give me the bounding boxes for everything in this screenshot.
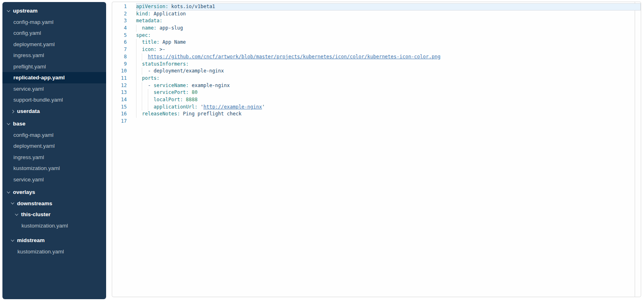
indent-guide	[136, 53, 136, 61]
sidebar-file-config-map-yaml[interactable]: config-map.yaml	[2, 130, 106, 141]
code-token-num: 80	[192, 89, 197, 95]
line-number: 13	[112, 89, 127, 96]
indent-guide	[148, 89, 148, 96]
sidebar-file-ingress-yaml[interactable]: ingress.yaml	[2, 152, 106, 163]
sidebar-file-support-bundle-yaml[interactable]: support-bundle.yaml	[2, 94, 106, 106]
code-line[interactable]: 16 releaseNotes: Ping preflight check	[112, 111, 641, 118]
code-link[interactable]: https://github.com/cncf/artwork/blob/mas…	[148, 54, 440, 60]
code-line-content[interactable]: kind: Application	[136, 11, 641, 18]
code-line-content[interactable]: metadata:	[136, 17, 641, 25]
indent-guide	[136, 82, 136, 89]
sidebar-item-label: downstreams	[17, 200, 52, 206]
sidebar-file-deployment-yaml[interactable]: deployment.yaml	[2, 39, 106, 50]
code-token-val: example-nginx	[192, 83, 230, 88]
code-line[interactable]: 14 localPort: 8888	[112, 96, 641, 104]
sidebar-folder-overlays[interactable]: overlays	[2, 187, 106, 198]
yaml-editor-panel[interactable]: 1apiVersion: kots.io/v1beta12kind: Appli…	[112, 2, 641, 297]
code-link[interactable]: http://example-nginx	[203, 104, 262, 110]
sidebar-file-replicated-app-yaml[interactable]: replicated-app.yaml	[2, 72, 106, 83]
sidebar-item-label: config-map.yaml	[13, 132, 53, 138]
code-token-plain	[136, 61, 142, 67]
code-line[interactable]: 4 name: app-slug	[112, 25, 641, 32]
sidebar-file-ingress-yaml[interactable]: ingress.yaml	[2, 50, 106, 61]
code-line-content[interactable]: - deployment/example-nginx	[136, 68, 641, 75]
code-line-content[interactable]: servicePort: 80	[136, 89, 641, 96]
sidebar-file-kustomization-yaml[interactable]: kustomization.yaml	[2, 163, 106, 174]
indent-guide	[136, 104, 136, 111]
code-token-plain	[136, 75, 142, 81]
sidebar-file-config-yaml[interactable]: config.yaml	[2, 28, 106, 39]
sidebar-folder-upstream[interactable]: upstream	[2, 5, 106, 17]
code-line-content[interactable]: statusInformers:	[136, 61, 641, 68]
code-line-content[interactable]: ports:	[136, 75, 641, 82]
code-token-key: servicePort:	[154, 89, 189, 95]
code-token-key: localPort:	[154, 97, 183, 102]
code-line-content[interactable]: localPort: 8888	[136, 96, 641, 104]
chevron-down-icon[interactable]	[15, 212, 18, 215]
code-line-content[interactable]	[136, 118, 641, 125]
sidebar-file-deployment-yaml[interactable]: deployment.yaml	[2, 140, 106, 152]
sidebar-file-kustomization-yaml[interactable]: kustomization.yaml	[2, 246, 106, 257]
code-line[interactable]: 7 icon: >-	[112, 46, 641, 53]
indent-guide	[136, 89, 136, 96]
sidebar-file-kustomization-yaml[interactable]: kustomization.yaml	[2, 220, 106, 232]
sidebar-folder-midstream[interactable]: midstream	[2, 235, 106, 246]
chevron-down-icon[interactable]	[7, 121, 10, 125]
code-line[interactable]: 12 - serviceName: example-nginx	[112, 82, 641, 89]
sidebar-file-config-map-yaml[interactable]: config-map.yaml	[2, 17, 106, 28]
code-line-content[interactable]: applicationUrl: 'http://example-nginx'	[136, 104, 641, 111]
indent-guide	[136, 75, 136, 82]
code-token-plain	[180, 111, 183, 117]
chevron-down-icon[interactable]	[7, 190, 10, 193]
sidebar-file-service-yaml[interactable]: service.yaml	[2, 174, 106, 185]
code-editor[interactable]: 1apiVersion: kots.io/v1beta12kind: Appli…	[112, 3, 641, 125]
code-line[interactable]: 1apiVersion: kots.io/v1beta1	[112, 3, 641, 11]
sidebar-file-service-yaml[interactable]: service.yaml	[2, 83, 106, 95]
sidebar-folder-base[interactable]: base	[2, 118, 106, 130]
chevron-down-icon[interactable]	[11, 238, 14, 241]
indent-guide	[148, 104, 148, 111]
line-number: 9	[112, 61, 127, 68]
indent-guide	[142, 82, 142, 89]
sidebar-folder-this-cluster[interactable]: this-cluster	[2, 209, 106, 220]
code-line[interactable]: 8 https://github.com/cncf/artwork/blob/m…	[112, 53, 641, 61]
indent-guide	[136, 61, 136, 68]
code-line-content[interactable]: https://github.com/cncf/artwork/blob/mas…	[136, 53, 641, 61]
sidebar-item-label: upstream	[13, 8, 38, 14]
code-line[interactable]: 2kind: Application	[112, 11, 641, 18]
sidebar-folder-downstreams[interactable]: downstreams	[2, 198, 106, 209]
sidebar-file-preflight-yaml[interactable]: preflight.yaml	[2, 61, 106, 72]
chevron-right-icon[interactable]	[11, 110, 14, 113]
code-line-content[interactable]: title: App Name	[136, 39, 641, 46]
chevron-down-icon[interactable]	[7, 9, 10, 12]
code-line-content[interactable]: name: app-slug	[136, 25, 641, 32]
chevron-down-icon[interactable]	[11, 201, 14, 204]
code-token-val: -	[148, 83, 154, 88]
sidebar-item-label: service.yaml	[13, 86, 44, 92]
line-number: 10	[112, 68, 127, 75]
sidebar-item-label: config.yaml	[13, 30, 41, 36]
code-line-content[interactable]: apiVersion: kots.io/v1beta1	[136, 3, 641, 11]
code-token-plain	[136, 97, 154, 102]
sidebar-item-label: deployment.yaml	[13, 41, 55, 47]
code-line[interactable]: 6 title: App Name	[112, 39, 641, 46]
code-line-content[interactable]: spec:	[136, 32, 641, 39]
line-number: 17	[112, 118, 127, 125]
sidebar-item-label: replicated-app.yaml	[13, 74, 65, 81]
code-line[interactable]: 11 ports:	[112, 75, 641, 82]
code-line[interactable]: 3metadata:	[112, 17, 641, 25]
code-line[interactable]: 9 statusInformers:	[112, 61, 641, 68]
code-token-key: apiVersion:	[136, 4, 168, 9]
code-line[interactable]: 13 servicePort: 80	[112, 89, 641, 96]
code-line[interactable]: 10 - deployment/example-nginx	[112, 68, 641, 75]
code-line-content[interactable]: icon: >-	[136, 46, 641, 53]
code-line[interactable]: 5spec:	[112, 32, 641, 39]
sidebar-item-label: midstream	[17, 237, 45, 243]
code-line-content[interactable]: releaseNotes: Ping preflight check	[136, 111, 641, 118]
sidebar-folder-userdata[interactable]: userdata	[2, 106, 106, 117]
code-token-plain	[198, 104, 200, 110]
code-token-plain	[160, 39, 162, 45]
code-line-content[interactable]: - serviceName: example-nginx	[136, 82, 641, 89]
code-line[interactable]: 15 applicationUrl: 'http://example-nginx…	[112, 104, 641, 111]
code-line[interactable]: 17	[112, 118, 641, 125]
